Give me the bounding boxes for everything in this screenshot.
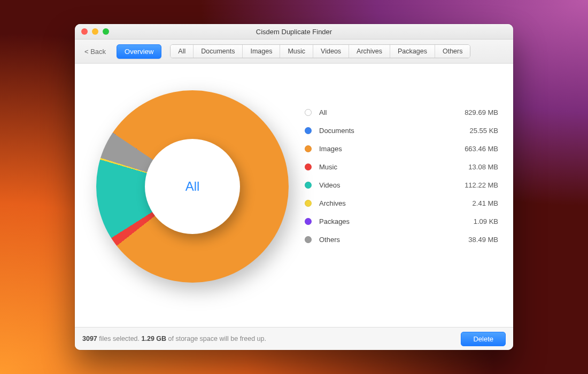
legend-swatch [305,218,312,225]
legend-value: 1.09 KB [445,217,498,225]
legend-label: Documents [319,127,445,135]
chart-area: All [91,80,294,322]
legend-row-others[interactable]: Others38.49 MB [305,230,498,248]
donut-chart: All [96,90,289,283]
legend: All829.69 MBDocuments25.55 KBImages663.4… [305,80,498,322]
legend-swatch [305,127,312,134]
legend-row-images[interactable]: Images663.46 MB [305,139,498,158]
close-icon[interactable] [81,28,88,35]
legend-swatch [305,109,312,116]
selected-count: 3097 [82,335,97,342]
legend-swatch [305,163,312,170]
tab-all[interactable]: All [171,45,194,58]
app-window: Cisdem Duplicate Finder < Back Overview … [75,24,513,350]
delete-button[interactable]: Delete [461,332,506,346]
legend-swatch [305,145,312,152]
tab-archives[interactable]: Archives [349,45,390,58]
legend-label: Videos [319,181,445,189]
freed-size: 1.29 GB [142,335,167,342]
legend-value: 663.46 MB [445,145,498,153]
donut-center-label: All [145,139,240,234]
content-area: All All829.69 MBDocuments25.55 KBImages6… [75,64,513,327]
tab-music[interactable]: Music [280,45,313,58]
category-tabs: AllDocumentsImagesMusicVideosArchivesPac… [170,44,470,58]
legend-label: Archives [319,199,445,207]
legend-value: 2.41 MB [445,199,498,207]
legend-label: Music [319,163,445,171]
toolbar: < Back Overview AllDocumentsImagesMusicV… [75,40,513,64]
legend-label: Others [319,236,445,244]
legend-row-archives[interactable]: Archives2.41 MB [305,194,498,212]
titlebar[interactable]: Cisdem Duplicate Finder [75,24,513,40]
window-title: Cisdem Duplicate Finder [75,28,513,36]
tab-others[interactable]: Others [435,45,470,58]
legend-swatch [305,182,312,189]
status-text: 3097 files selected. 1.29 GB of storage … [82,335,266,342]
legend-value: 112.22 MB [445,181,498,189]
legend-swatch [305,236,312,243]
tab-images[interactable]: Images [243,45,280,58]
fullscreen-icon[interactable] [103,28,109,35]
legend-row-all[interactable]: All829.69 MB [305,103,498,121]
back-button[interactable]: < Back [80,45,110,58]
legend-row-packages[interactable]: Packages1.09 KB [305,212,498,230]
legend-value: 13.08 MB [445,163,498,171]
legend-swatch [305,200,312,207]
overview-button[interactable]: Overview [117,44,161,59]
legend-label: Packages [319,217,445,225]
legend-label: Images [319,145,445,153]
legend-value: 38.49 MB [445,236,498,244]
tab-packages[interactable]: Packages [390,45,435,58]
minimize-icon[interactable] [92,28,98,35]
legend-label: All [319,108,445,116]
legend-row-documents[interactable]: Documents25.55 KB [305,121,498,139]
legend-value: 829.69 MB [445,108,498,116]
tab-videos[interactable]: Videos [313,45,349,58]
footer: 3097 files selected. 1.29 GB of storage … [75,327,513,350]
legend-value: 25.55 KB [445,127,498,135]
legend-row-videos[interactable]: Videos112.22 MB [305,176,498,194]
legend-row-music[interactable]: Music13.08 MB [305,158,498,176]
tab-documents[interactable]: Documents [194,45,243,58]
